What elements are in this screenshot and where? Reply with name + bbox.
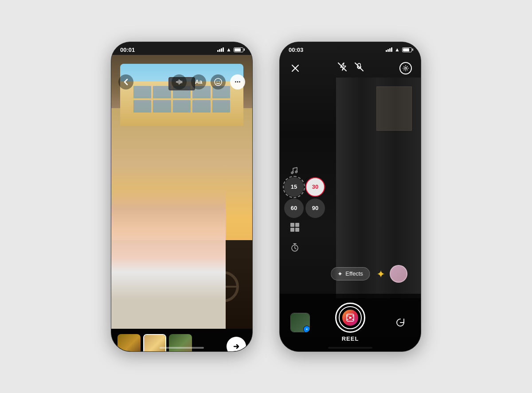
signal-icon	[217, 47, 224, 52]
svg-point-1	[217, 81, 218, 82]
emoji-button[interactable]	[211, 74, 226, 89]
window-light	[376, 86, 412, 131]
right-wifi-icon: ▲	[395, 47, 400, 53]
right-status-icons: ▲	[386, 47, 412, 53]
filmstrip-thumb-2[interactable]	[143, 334, 166, 351]
left-time: 00:01	[120, 47, 135, 53]
camera-top-center	[337, 62, 364, 74]
person-silhouette	[111, 187, 226, 329]
effects-label: Effects	[345, 270, 363, 277]
timer-button[interactable]	[287, 240, 303, 256]
effects-button[interactable]: ✦ Effects	[331, 267, 370, 280]
mode-label: REEL	[342, 335, 359, 342]
left-status-icons: ▲	[217, 47, 243, 53]
duration-60-label: 60	[291, 205, 297, 211]
svg-point-4	[291, 172, 293, 174]
camera-bottom: REEL	[280, 294, 421, 351]
music-note-icon[interactable]	[289, 166, 298, 177]
more-button[interactable]: ···	[230, 74, 245, 89]
duration-grid: 15 30 60 90	[284, 177, 325, 218]
left-phone: 00:01 ▲	[111, 42, 253, 352]
right-phone-screen: 00:03 ▲	[280, 42, 421, 351]
right-battery-icon	[402, 47, 412, 52]
right-time: 00:03	[289, 47, 303, 53]
left-status-bar: 00:01 ▲	[111, 42, 252, 55]
next-button[interactable]	[227, 337, 246, 351]
settings-button[interactable]	[399, 62, 412, 74]
duration-30-label: 30	[312, 183, 318, 190]
filmstrip-thumb-1[interactable]	[117, 334, 141, 351]
effects-sparkle-icon: ✦	[337, 270, 343, 277]
back-button[interactable]	[118, 74, 133, 89]
svg-point-0	[215, 78, 222, 86]
flash-off-icon[interactable]	[337, 62, 347, 74]
duration-90-label: 90	[312, 205, 318, 211]
duration-15-label: 15	[291, 183, 297, 190]
duration-90-button[interactable]: 90	[305, 198, 325, 218]
duration-30-button[interactable]: 30	[305, 177, 325, 197]
text-icon: Aa	[195, 78, 203, 85]
duration-15-button[interactable]: 15	[284, 177, 304, 197]
wifi-icon: ▲	[226, 47, 231, 53]
gallery-thumbnail[interactable]	[290, 313, 310, 332]
story-content: Aa ···	[111, 55, 252, 351]
left-phone-screen: 00:01 ▲	[111, 42, 252, 351]
car-scene	[111, 55, 252, 329]
audio-off-icon[interactable]	[354, 62, 364, 74]
capture-button-wrap: REEL	[335, 303, 365, 342]
right-signal-icon	[386, 47, 392, 52]
camera-toolbar	[280, 62, 421, 75]
svg-point-2	[219, 81, 220, 82]
car-windshield	[120, 64, 243, 126]
battery-icon	[234, 47, 243, 52]
right-phone: 00:03 ▲	[279, 42, 421, 352]
gallery-badge	[303, 326, 310, 332]
capture-button-inner	[339, 306, 362, 329]
svg-point-3	[405, 67, 407, 69]
close-button[interactable]	[289, 62, 302, 75]
sound-button[interactable]	[172, 74, 187, 89]
story-toolbar: Aa ···	[111, 74, 252, 89]
story-tools: Aa ···	[172, 74, 245, 89]
text-button[interactable]: Aa	[191, 74, 206, 89]
duration-60-button[interactable]: 60	[284, 198, 304, 218]
reels-icon	[342, 310, 358, 326]
grid-icon	[290, 223, 299, 232]
page-container: 00:01 ▲	[0, 0, 532, 393]
avatar-circle[interactable]	[390, 265, 407, 283]
capture-button[interactable]	[335, 303, 365, 333]
svg-point-5	[295, 171, 297, 173]
left-home-indicator	[160, 347, 204, 349]
flip-camera-button[interactable]	[391, 313, 410, 332]
sparkle-star-icon[interactable]: ✦	[376, 268, 385, 280]
filmstrip-thumb-3[interactable]	[169, 334, 192, 351]
story-image	[111, 55, 252, 329]
grid-button[interactable]	[287, 219, 303, 235]
right-status-bar: 00:03 ▲	[280, 42, 421, 55]
